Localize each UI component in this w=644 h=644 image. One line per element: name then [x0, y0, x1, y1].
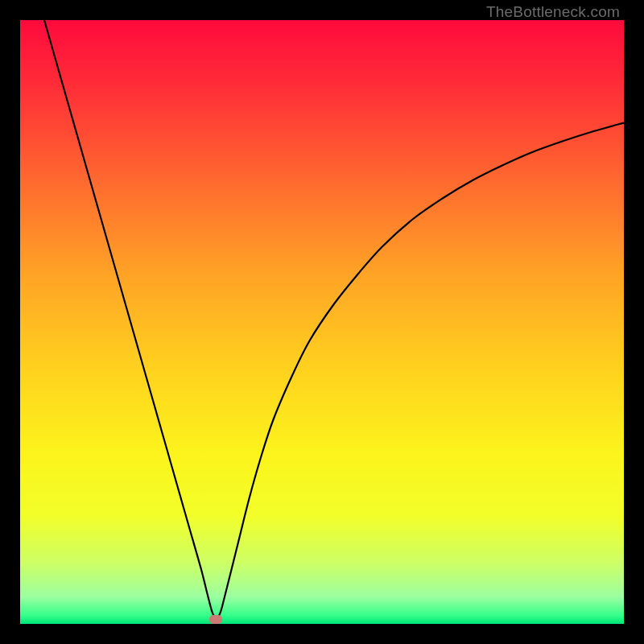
- minimum-marker: [209, 615, 222, 624]
- bottleneck-chart: [20, 20, 624, 624]
- watermark-text: TheBottleneck.com: [486, 3, 620, 21]
- chart-frame: [20, 20, 624, 624]
